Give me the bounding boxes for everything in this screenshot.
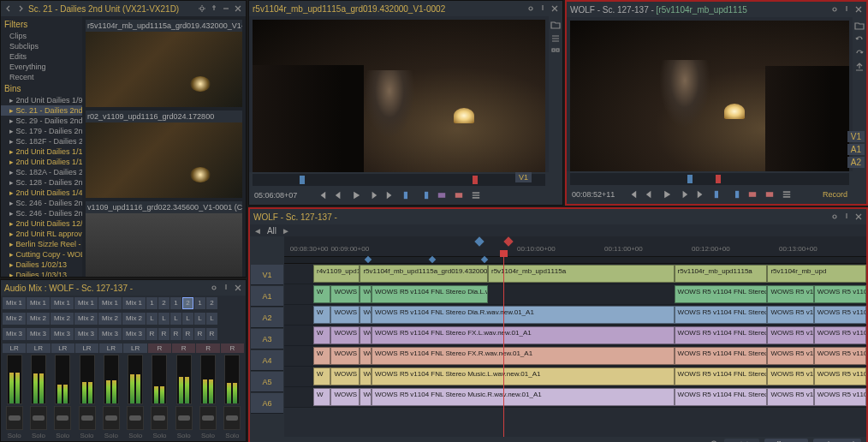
fader[interactable]	[199, 406, 217, 430]
playhead[interactable]	[503, 257, 504, 437]
unjoin-button[interactable]: Unjoin	[724, 439, 760, 442]
mix-assign[interactable]: Mix 2	[3, 313, 26, 325]
track-header[interactable]: A4	[251, 350, 283, 371]
solo-button[interactable]: Solo	[201, 432, 215, 439]
mix-assign[interactable]: L	[146, 313, 158, 325]
solo-button[interactable]: Solo	[152, 432, 166, 439]
mark-out-icon[interactable]	[419, 189, 431, 201]
timeline-titlebar[interactable]: WOLF - Sc. 127-137 -	[250, 209, 866, 224]
clip[interactable]: WOWS R4 v1109 FNL	[330, 306, 360, 324]
timeline-track[interactable]: WWOWS R4 v1109 StereoWCWOWS R5 v1104 FNL…	[284, 326, 866, 346]
mix-assign[interactable]: 1	[194, 297, 205, 309]
mix-assign[interactable]: R	[182, 328, 193, 340]
step-back-icon[interactable]	[644, 188, 656, 200]
mix-assign[interactable]: 2	[206, 297, 217, 309]
export-icon[interactable]	[854, 62, 865, 72]
lift-icon[interactable]	[764, 188, 776, 200]
step-back-icon[interactable]	[333, 189, 345, 201]
timeline-track[interactable]: WWOWS R4 v1109 FNLWCWOWS R5 v1104 FNL St…	[284, 305, 866, 326]
lr-toggle[interactable]: LR	[123, 343, 146, 353]
folder-icon[interactable]	[854, 21, 865, 31]
goto-end-icon[interactable]	[695, 188, 707, 200]
mix-assign[interactable]: L	[158, 313, 169, 325]
step-fwd-icon[interactable]	[678, 188, 690, 200]
mix-assign[interactable]: Mix 2	[74, 313, 98, 325]
mix-assign[interactable]: Mix 3	[51, 328, 74, 340]
fader[interactable]	[79, 406, 96, 430]
close-icon[interactable]	[550, 4, 559, 13]
grid-icon[interactable]	[550, 47, 561, 57]
timeline-track[interactable]: WWOWS R4 v1109 FNLWCWOWS R5 v1104 FNL St…	[284, 284, 866, 305]
mark-in-icon[interactable]	[712, 188, 724, 200]
fader[interactable]	[6, 406, 23, 430]
clip[interactable]: WOWS R5 v1104 FNL Stereo Dia.L.wav.new.0…	[372, 285, 488, 303]
clip[interactable]: WC	[360, 326, 372, 344]
lr-toggle[interactable]: R	[172, 343, 195, 353]
mix-assign[interactable]: L	[206, 313, 217, 325]
track-header[interactable]: A2	[251, 308, 283, 328]
lr-toggle[interactable]: LR	[51, 343, 74, 353]
effects-button[interactable]: Effects...	[764, 439, 808, 442]
mix-assign[interactable]: Mix 1	[74, 297, 98, 309]
mixer-titlebar[interactable]: Audio Mix : WOLF - Sc. 127-137 -	[1, 280, 246, 296]
thumbnail[interactable]: r5v1104r_mb_upd1115a_grd019.432000_V1-00…	[86, 20, 242, 107]
solo-button[interactable]: Solo	[225, 432, 239, 439]
bin-item[interactable]: ▸ Berlin Sizzle Reel - Feb. 3	[1, 239, 82, 249]
mix-assign[interactable]: R	[158, 328, 169, 340]
clip[interactable]: WOWS R5 v1104	[814, 306, 866, 324]
bin-item[interactable]: ▸ Dailies 1/02/13	[1, 260, 82, 270]
mix-assign[interactable]: Mix 1	[122, 297, 146, 309]
clip[interactable]: WOWS R5 v1104	[814, 367, 866, 385]
bin-item[interactable]: ▸ Sc. 128 - Dailies 2nd Unit	[1, 177, 82, 188]
step-fwd-icon[interactable]	[367, 189, 379, 201]
solo-button[interactable]: Solo	[8, 432, 21, 439]
filter-item[interactable]: Recent	[1, 72, 82, 82]
fader[interactable]	[223, 406, 241, 430]
viewer1-titlebar[interactable]: r5v1104r_mb_upd1115a_grd019.432000_V1-00…	[249, 1, 562, 16]
mark-in-icon[interactable]	[401, 189, 413, 201]
solo-button[interactable]: Solo	[80, 432, 94, 439]
viewer2-scrubber[interactable]	[570, 173, 849, 185]
insert-icon[interactable]	[436, 189, 448, 201]
filter-item[interactable]: Clips	[1, 31, 82, 41]
lr-toggle[interactable]: LR	[99, 343, 122, 353]
bin-item[interactable]: ▸ Sc. 21 - Dailies 2nd Unit	[1, 105, 82, 116]
minimize-icon[interactable]	[222, 4, 230, 13]
record-label[interactable]: Record	[823, 190, 847, 199]
clip[interactable]: WOWS R5 v1104	[767, 285, 813, 303]
clip[interactable]: WOWS R5 v1104	[767, 326, 813, 344]
back-icon[interactable]	[4, 4, 13, 13]
mix-assign[interactable]: Mix 3	[3, 328, 26, 340]
mix-assign[interactable]: R	[170, 328, 181, 340]
bin-item[interactable]: ▸ 2nd Unit Dailies 1/18/13	[1, 157, 82, 167]
mark-out-icon[interactable]	[729, 188, 741, 200]
bin-item[interactable]: ▸ 2nd Unit Dailies 12/18/12	[1, 218, 82, 229]
filter-item[interactable]: Subclips	[1, 41, 82, 51]
lr-toggle[interactable]: LR	[27, 343, 50, 353]
solo-button[interactable]: Solo	[104, 432, 118, 439]
bin-item[interactable]: ▸ Sc. 182A - Dailies 2nd Unit	[1, 167, 82, 177]
clip[interactable]: WC	[360, 347, 372, 365]
play-icon[interactable]	[350, 189, 362, 201]
pin-icon[interactable]	[842, 5, 851, 14]
pin-icon[interactable]	[538, 4, 547, 13]
cut-icon[interactable]	[746, 188, 758, 200]
folder-icon[interactable]	[550, 20, 561, 30]
clip[interactable]: W	[313, 388, 330, 406]
timeline-ruler2[interactable]	[284, 257, 866, 264]
mix-assign[interactable]: 2	[158, 297, 169, 309]
clip[interactable]: WOWS R5 v1104 FNL Stereo FX.L.wav.new.01…	[372, 326, 675, 344]
clip[interactable]: W	[313, 306, 330, 324]
fader[interactable]	[151, 406, 168, 430]
clip[interactable]: WOWS R5 v1104 FNL Stereo FX.L.w	[675, 326, 768, 344]
clip[interactable]: WOWS R5 v1104	[767, 388, 813, 406]
fwd-icon[interactable]	[16, 4, 25, 13]
filter-item[interactable]: Everything	[1, 62, 82, 72]
gear-icon[interactable]	[830, 5, 839, 14]
clip[interactable]: r5v1104r_mb_upd	[767, 265, 866, 283]
close-icon[interactable]	[854, 212, 863, 221]
viewer2-titlebar[interactable]: WOLF - Sc. 127-137 - [r5v1104r_mb_upd111…	[567, 2, 866, 17]
solo-button[interactable]: Solo	[177, 432, 191, 439]
mix-assign[interactable]: R	[146, 328, 158, 340]
bin-item[interactable]: ▸ 2nd Unit Dailies 1/4/13	[1, 188, 82, 198]
